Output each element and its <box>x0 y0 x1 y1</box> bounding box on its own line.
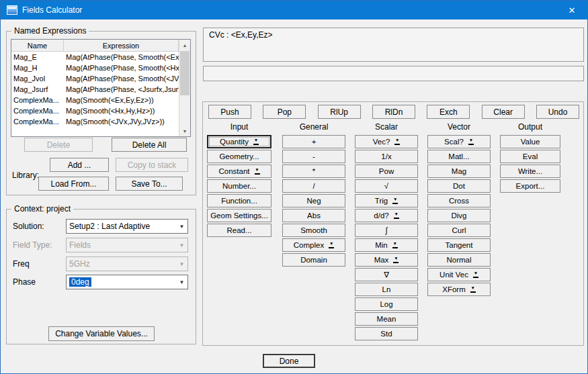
calc-button[interactable]: Function... <box>207 194 271 207</box>
field-type-dropdown[interactable]: Fields ▼ <box>66 238 188 252</box>
calc-button-label: Vec? <box>373 138 390 146</box>
calc-button-label: Geometry... <box>219 152 259 160</box>
app-icon <box>7 5 17 15</box>
calc-button[interactable]: Max ▼ <box>355 253 418 267</box>
calc-button[interactable]: Write... <box>500 165 560 178</box>
scroll-down-icon[interactable]: ▼ <box>179 126 190 136</box>
table-row[interactable]: Mag_Jvol Mag(AtPhase(Phase, Smooth(<JVx,… <box>11 73 179 84</box>
column-header-name[interactable]: Name <box>11 40 64 51</box>
calc-button[interactable]: Trig ▼ <box>355 194 418 207</box>
calc-button[interactable]: Constant ▼ <box>207 165 271 178</box>
load-from-button[interactable]: Load From... <box>38 177 109 191</box>
table-scrollbar[interactable]: ▲ ▼ <box>179 40 190 136</box>
calc-button-label: d/d? <box>374 212 388 220</box>
delete-button[interactable]: Delete <box>24 138 93 152</box>
calc-button[interactable]: Export... <box>500 179 560 193</box>
cell-expression: Mag(Smooth(<JVx,JVy,JVz>)) <box>64 118 179 126</box>
calc-button[interactable]: Smooth <box>282 224 345 237</box>
calc-button-label: Read... <box>226 226 251 234</box>
calc-button[interactable]: Cross <box>427 194 491 207</box>
calc-button[interactable]: / <box>282 179 345 193</box>
calc-button[interactable]: Mag <box>427 165 491 178</box>
calc-button[interactable]: Std <box>355 327 418 340</box>
stack-entry[interactable]: CVc : <Ex,Ey,Ez> <box>209 30 578 40</box>
calc-button-label: Log <box>380 300 392 308</box>
stack-op-button[interactable]: Undo <box>536 105 579 119</box>
calc-button[interactable]: Quantity ▼ <box>207 135 271 148</box>
input-column-header: Input <box>207 121 271 133</box>
calc-button[interactable]: Complex ▼ <box>282 238 345 252</box>
calc-button[interactable]: Value <box>500 135 560 148</box>
freq-dropdown[interactable]: 5GHz ▼ <box>66 256 188 271</box>
table-row[interactable]: Mag_Jsurf Mag(AtPhase(Phase, <Jsurfx,Jsu… <box>11 84 179 95</box>
change-variable-values-button[interactable]: Change Variable Values... <box>48 326 155 341</box>
calc-button[interactable]: ∇ <box>355 268 418 281</box>
copy-to-stack-label: Copy to stack <box>128 160 177 170</box>
calc-button[interactable]: XForm ▼ <box>427 283 491 296</box>
stack-op-button[interactable]: Clear <box>482 105 525 119</box>
expressions-table[interactable]: Name Expression Mag_E Mag(AtPhase(Phase,… <box>11 39 191 137</box>
stack-op-button[interactable]: RlDn <box>372 105 415 119</box>
calc-button[interactable]: - <box>282 150 345 163</box>
calc-button[interactable]: d/d? ▼ <box>355 209 418 222</box>
calc-button[interactable]: √ <box>355 179 418 193</box>
calc-button[interactable]: Curl <box>427 224 491 237</box>
calc-button[interactable]: Geometry... <box>207 150 271 163</box>
calc-button-label: Write... <box>518 167 542 175</box>
delete-all-button[interactable]: Delete All <box>112 138 187 152</box>
calc-button[interactable]: Abs <box>282 209 345 222</box>
calc-button[interactable]: Scal? ▼ <box>427 135 491 148</box>
table-row[interactable]: ComplexMa... Mag(Smooth(<Ex,Ey,Ez>)) <box>11 95 179 105</box>
calc-button[interactable]: Tangent <box>427 238 491 252</box>
calc-button[interactable]: Pow <box>355 165 418 178</box>
calc-button[interactable]: Neg <box>282 194 345 207</box>
calc-button[interactable]: Vec? ▼ <box>355 135 418 148</box>
change-variable-values-label: Change Variable Values... <box>55 329 148 338</box>
done-button[interactable]: Done <box>263 354 315 368</box>
copy-to-stack-button[interactable]: Copy to stack <box>116 158 188 172</box>
phase-dropdown[interactable]: 0deg ▼ <box>66 275 188 289</box>
calc-button[interactable]: Domain <box>282 253 345 267</box>
calc-button[interactable]: Eval <box>500 150 560 163</box>
close-button[interactable]: ✕ <box>556 1 587 19</box>
calc-button[interactable]: Normal <box>427 253 491 267</box>
calc-button[interactable]: Divg <box>427 209 491 222</box>
calc-button[interactable]: 1/x <box>355 150 418 163</box>
table-row[interactable]: ComplexMa... Mag(Smooth(<Hx,Hy,Hz>)) <box>11 105 179 116</box>
calc-button[interactable]: Geom Settings... <box>207 209 271 222</box>
calc-button[interactable]: Ln <box>355 283 418 296</box>
stack-op-label: Undo <box>548 107 568 117</box>
dropdown-arrow-icon: ▼ <box>468 138 474 145</box>
stack-op-button[interactable]: Pop <box>263 105 306 119</box>
calc-button[interactable]: Matl... <box>427 150 491 163</box>
named-expressions-group: Named Expressions Name Expression Mag_E … <box>6 31 196 195</box>
scrollbar-thumb[interactable] <box>180 51 190 95</box>
save-to-button[interactable]: Save To... <box>116 177 183 191</box>
calc-button[interactable]: Read... <box>207 224 271 237</box>
cell-name: Mag_Jsurf <box>11 85 64 93</box>
scroll-up-icon[interactable]: ▲ <box>179 40 190 50</box>
calc-button[interactable]: Unit Vec ▼ <box>427 268 491 281</box>
calc-button[interactable]: ∫ <box>355 224 418 237</box>
table-row[interactable]: Mag_E Mag(AtPhase(Phase, Smooth(<Ex,E... <box>11 52 179 62</box>
expressions-grid: Name Expression Mag_E Mag(AtPhase(Phase,… <box>11 40 179 136</box>
calc-button-label: Smooth <box>300 226 327 234</box>
stack-op-button[interactable]: Push <box>208 105 251 119</box>
named-expressions-title: Named Expressions <box>11 26 89 36</box>
calc-button[interactable]: Min ▼ <box>355 238 418 252</box>
table-row[interactable]: Mag_H Mag(AtPhase(Phase, Smooth(<Hx,H... <box>11 62 179 73</box>
calc-button[interactable]: Number... <box>207 179 271 193</box>
library-add-button[interactable]: Add ... <box>50 158 109 172</box>
stack-op-button[interactable]: RlUp <box>318 105 361 119</box>
solution-dropdown[interactable]: Setup2 : Last Adaptive ▼ <box>66 219 188 234</box>
column-header-expression[interactable]: Expression <box>64 40 179 51</box>
calc-button[interactable]: Log <box>355 297 418 311</box>
calc-button[interactable]: + <box>282 135 345 148</box>
stack-op-button[interactable]: Exch <box>427 105 470 119</box>
calc-button[interactable]: Mean <box>355 312 418 326</box>
load-from-label: Load From... <box>50 179 96 189</box>
table-row[interactable]: ComplexMa... Mag(Smooth(<JVx,JVy,JVz>)) <box>11 116 179 127</box>
calc-button-label: ∇ <box>384 270 389 279</box>
calc-button[interactable]: Dot <box>427 179 491 193</box>
calc-button[interactable]: * <box>282 165 345 178</box>
